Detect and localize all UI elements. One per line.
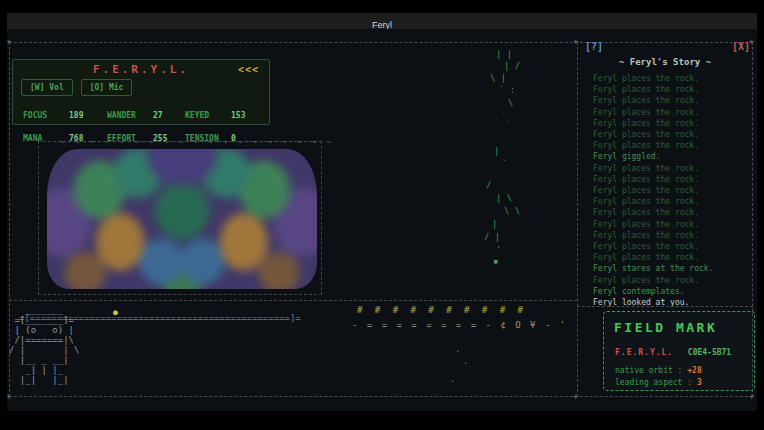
orbit-label: native orbit :	[615, 366, 682, 375]
story-lines: Feryl places the rock.Feryl places the r…	[593, 73, 713, 308]
aspect-label: leading aspect :	[615, 378, 692, 387]
story-line: Feryl places the rock.	[593, 219, 713, 230]
story-line: Feryl places the rock.	[593, 241, 713, 252]
volume-button[interactable]: [W] Vol	[21, 79, 73, 96]
story-line: Feryl places the rock.	[593, 275, 713, 286]
story-line: Feryl places the rock.	[593, 230, 713, 241]
story-line: Feryl contemplates.	[593, 286, 713, 297]
story-line: Feryl places the rock.	[593, 252, 713, 263]
hud-title-row: F.E.R.Y.L. <<<	[13, 60, 269, 75]
orbit-row: native orbit : +28	[615, 366, 754, 376]
story-line: Feryl giggled.	[593, 151, 713, 162]
game-viewport: F.E.R.Y.L. <<< [W] Vol [O] Mic FOCUS189 …	[7, 29, 757, 411]
story-line: Feryl places the rock.	[593, 174, 713, 185]
stat-value: 153	[231, 111, 245, 120]
story-line: Feryl places the rock.	[593, 207, 713, 218]
screen: Feryl F.E.R.Y.L. <<< [W] Vol [O] Mic FOC…	[0, 0, 764, 430]
deco-row: - = = = = = = = = - ¢ O ¥ - '	[352, 320, 567, 330]
story-line: Feryl places the rock.	[593, 95, 713, 106]
field-mark-name: F.E.R.Y.L.	[615, 348, 673, 357]
window-titlebar[interactable]: Feryl	[7, 13, 757, 29]
stat-label: FOCUS	[23, 111, 69, 120]
stat-focus: FOCUS189	[23, 103, 107, 122]
mic-button[interactable]: [O] Mic	[81, 79, 133, 96]
hud-panel: F.E.R.Y.L. <<< [W] Vol [O] Mic FOCUS189 …	[12, 59, 270, 125]
creature-blob[interactable]	[47, 149, 317, 289]
stat-value: 27	[153, 111, 163, 120]
story-line: Feryl places the rock.	[593, 140, 713, 151]
story-line: Feryl places the rock.	[593, 129, 713, 140]
hash-row: # # # # # # # # # #	[357, 305, 526, 315]
field-mark-title: FIELD MARK	[614, 320, 754, 335]
story-divider	[577, 306, 753, 307]
rock[interactable]: ●	[113, 308, 118, 317]
story-line: Feryl places the rock.	[593, 107, 713, 118]
story-line: Feryl stares at the rock.	[593, 263, 713, 274]
stat-wander: WANDER27	[107, 103, 185, 122]
story-line: Feryl places the rock.	[593, 163, 713, 174]
right-panel: [?] [X] ~ Feryl's Story ~ Feryl places t…	[577, 42, 753, 397]
story-line: Feryl places the rock.	[593, 118, 713, 129]
orbit-value: +28	[687, 366, 701, 375]
field-mark-panel: FIELD MARK F.E.R.Y.L. C0E4-5B71 native o…	[603, 311, 755, 391]
story-title: ~ Feryl's Story ~	[577, 57, 753, 67]
story-line: Feryl places the rock.	[593, 84, 713, 95]
aspect-row: leading aspect : 3	[615, 378, 754, 388]
close-button[interactable]: [X]	[732, 41, 750, 52]
pen-top-decoration: ~·~·~·~·~·~·~·~·~·~·~·~·~·~·~·~·~·~·~	[59, 137, 333, 147]
story-line: Feryl places the rock.	[593, 196, 713, 207]
story-line: Feryl places the rock.	[593, 73, 713, 84]
floor-divider	[9, 300, 577, 301]
field-mark-rows: native orbit : +28 leading aspect : 3	[604, 366, 754, 388]
hud-title: F.E.R.Y.L.	[93, 63, 189, 76]
stat-value: 189	[69, 111, 83, 120]
aspect-value: 3	[697, 378, 702, 387]
stat-keyed: KEYED153	[185, 103, 269, 122]
stat-label: WANDER	[107, 111, 153, 120]
hud-arrows-decoration: <<<	[238, 64, 259, 75]
help-button[interactable]: [?]	[585, 41, 603, 52]
robot-art: _______ =[_______]= | (o o) | /|=======|…	[9, 305, 79, 385]
creature-texture	[47, 149, 317, 289]
field-mark-code: C0E4-5B71	[688, 348, 731, 357]
stat-label: KEYED	[185, 111, 231, 120]
hud-buttons-row: [W] Vol [O] Mic	[21, 79, 269, 96]
story-line: Feryl places the rock.	[593, 185, 713, 196]
field-mark-id-row: F.E.R.Y.L. C0E4-5B71	[615, 340, 754, 359]
